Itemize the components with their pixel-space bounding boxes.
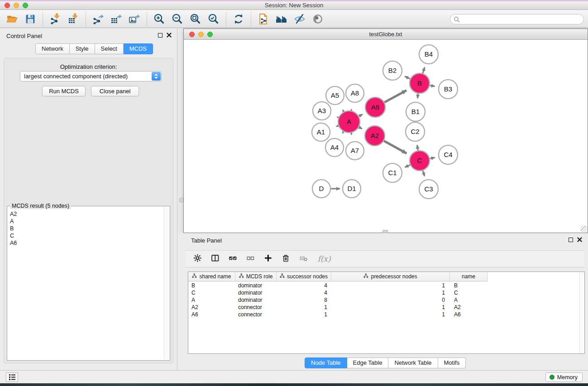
close-panel-icon[interactable] [167,33,172,38]
edge-A-A7[interactable] [351,133,352,135]
float-table-panel-icon[interactable] [569,238,573,242]
panel-list-button[interactable] [6,372,18,382]
zoom-selected-icon[interactable] [206,12,221,26]
zoom-in-icon[interactable] [152,12,167,26]
edge-A-A1[interactable] [336,126,339,127]
edge-C-C1[interactable] [405,165,410,167]
table-cell[interactable]: 0 [331,297,450,304]
run-mcds-button[interactable]: Run MCDS [42,86,86,96]
optimization-criterion-select[interactable]: largest connected component (directed) [20,71,162,81]
mcds-result-item[interactable]: C [10,232,164,239]
column-header-name[interactable]: name [450,272,488,281]
tab-network[interactable]: Network [35,43,70,54]
edge-A-A5[interactable] [343,110,344,112]
edge-B-B2[interactable] [405,76,410,79]
table-cell[interactable]: 1 [331,304,450,311]
table-cell[interactable]: dominator [235,282,277,290]
edge-A-A2[interactable] [359,127,362,129]
session-titlebar[interactable]: Session: New Session [0,1,588,10]
save-session-icon[interactable] [23,12,38,26]
table-cell[interactable]: A2 [450,304,488,311]
float-panel-icon[interactable] [158,33,163,38]
table-cell[interactable]: C [450,290,488,297]
vertical-splitter-handle[interactable] [179,198,183,202]
column-header-mcds-role[interactable]: MCDS role [235,272,277,281]
edge-A-A3[interactable] [337,117,338,117]
tab-motifs[interactable]: Motifs [438,357,466,368]
table-cell[interactable]: A6 [450,311,488,319]
mcds-result-item[interactable]: A2 [10,210,164,218]
table-row[interactable]: A2connector11A2 [188,304,584,311]
table-cell[interactable]: 1 [331,282,450,290]
edge-A2-C[interactable] [384,141,406,153]
import-table-icon[interactable] [66,12,81,26]
tab-edge-table[interactable]: Edge Table [347,357,389,368]
zoom-fit-icon[interactable] [188,12,203,26]
table-cell[interactable]: 4 [277,290,331,297]
split-panel-columns-icon[interactable] [210,253,222,265]
import-network-icon[interactable] [48,12,63,26]
table-cell[interactable]: dominator [235,297,277,304]
horizontal-splitter-handle[interactable] [382,230,388,233]
select-all-rows-icon[interactable] [228,253,239,265]
export-network-icon[interactable] [91,12,106,26]
table-cell[interactable]: 8 [277,297,331,304]
show-eye-icon[interactable] [310,12,325,26]
table-cell[interactable]: 1 [277,311,331,319]
network-overview-icon[interactable] [256,12,271,26]
column-header-successor-nodes[interactable]: successor nodes [277,272,331,281]
mcds-result-item[interactable]: A [10,218,164,225]
network-canvas[interactable]: B4B2BB3A5A8A6A3B1AA1C2A2A4A7C4CC1C3DD1 [184,40,588,233]
tab-mcds[interactable]: MCDS [124,43,153,54]
refresh-network-icon[interactable] [231,12,246,26]
table-settings-gear-icon[interactable] [192,253,204,265]
edge-A-A8[interactable] [351,109,352,110]
table-cell[interactable]: A6 [188,311,235,319]
edge-A-A4[interactable] [343,132,344,133]
table-cell[interactable]: dominator [235,290,277,297]
table-cell[interactable]: A2 [188,304,235,311]
tab-node-table[interactable]: Node Table [305,357,347,368]
edge-C-C4[interactable] [430,157,435,158]
table-cell[interactable]: C [188,290,235,297]
result-scrollbar[interactable] [164,207,169,360]
table-cell[interactable]: 1 [331,311,450,319]
home-icon[interactable] [274,12,289,26]
table-cell[interactable]: 1 [277,304,331,311]
table-cell[interactable]: B [188,282,235,290]
mcds-result-item[interactable]: B [10,225,164,232]
mcds-result-item[interactable]: A6 [10,239,164,247]
edge-A-A6[interactable] [359,114,363,116]
table-row[interactable]: Adominator80A [188,297,584,304]
window-resize-grip[interactable] [581,226,587,232]
edge-B-B3[interactable] [430,86,435,86]
memory-button[interactable]: Memory [545,372,583,382]
add-column-icon[interactable] [263,253,275,265]
edge-C-C2[interactable] [417,145,418,151]
table-row[interactable]: A6connector11A6 [188,311,584,319]
tab-style[interactable]: Style [70,43,95,54]
table-cell[interactable]: 4 [277,282,331,290]
table-cell[interactable]: A [188,297,235,304]
table-scrollbar[interactable] [579,272,584,353]
tab-network-table[interactable]: Network Table [388,357,438,368]
search-input[interactable] [450,14,584,24]
close-table-panel-icon[interactable] [577,237,582,242]
table-cell[interactable]: connector [235,304,277,311]
table-cell[interactable]: B [450,282,488,290]
export-image-icon[interactable] [127,12,142,26]
table-cell[interactable]: connector [235,311,277,319]
table-cell[interactable]: A [450,297,488,304]
mcds-result-list[interactable]: A2ABCA6 [7,209,164,360]
edge-C-C3[interactable] [423,171,425,176]
table-row[interactable]: Cdominator41C [188,290,584,297]
table-cell[interactable]: 1 [331,290,450,297]
unselect-all-rows-icon[interactable] [245,253,257,265]
network-window-titlebar[interactable]: testGlobe.txt [184,29,588,40]
edge-B-B4[interactable] [423,67,425,73]
zoom-out-icon[interactable] [170,12,185,26]
close-panel-button[interactable]: Close panel [91,86,139,96]
column-header-shared-name[interactable]: shared name [188,272,235,281]
delete-column-icon[interactable] [281,253,292,265]
export-table-icon[interactable] [109,12,124,26]
